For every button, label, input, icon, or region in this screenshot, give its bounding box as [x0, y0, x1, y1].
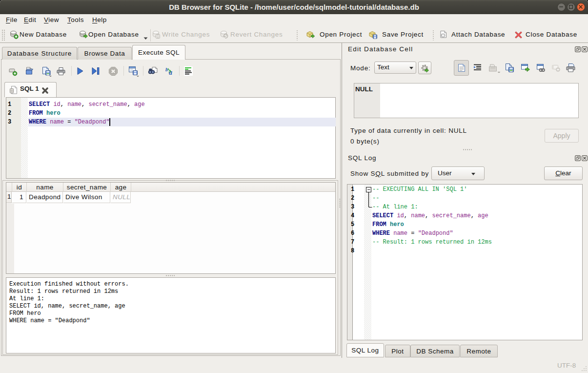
svg-text:b: b: [165, 66, 168, 72]
svg-text:a: a: [169, 69, 172, 76]
